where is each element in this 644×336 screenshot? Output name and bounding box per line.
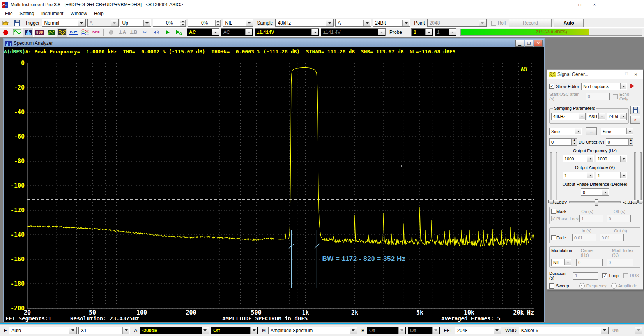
- play-loop-icon[interactable]: [173, 28, 184, 37]
- signal-generator-icon[interactable]: [57, 28, 67, 37]
- trigger-delay-stepper[interactable]: 0%: [188, 19, 221, 27]
- chevron-down-icon[interactable]: [202, 327, 209, 334]
- gen-channels-select[interactable]: A&B: [587, 113, 605, 120]
- frequency-axis-select[interactable]: Auto: [9, 327, 77, 334]
- play-icon[interactable]: [162, 28, 173, 37]
- dc-offset-a-input[interactable]: 0: [549, 138, 572, 146]
- minimize-icon[interactable]: ─: [557, 0, 572, 9]
- panel-maximize-icon[interactable]: □: [622, 71, 631, 77]
- panel-minimize-icon[interactable]: —: [612, 71, 622, 77]
- sweep-checkbox[interactable]: [549, 283, 554, 289]
- chevron-down-icon[interactable]: [425, 29, 432, 35]
- sample-bits-select[interactable]: 24Bit: [373, 19, 410, 27]
- a-range-select[interactable]: -200dB: [140, 327, 209, 334]
- slider-thumb[interactable]: [633, 200, 638, 203]
- chevron-down-icon[interactable]: [587, 156, 593, 162]
- auto-button[interactable]: Auto: [554, 19, 584, 28]
- chevron-down-icon[interactable]: [78, 20, 85, 26]
- sample-channel-select[interactable]: A: [335, 19, 371, 27]
- maximize-icon[interactable]: □: [572, 0, 587, 9]
- music-note-button[interactable]: ♬: [630, 116, 640, 124]
- chevron-down-icon[interactable]: [402, 20, 409, 26]
- chevron-down-icon[interactable]: [122, 327, 129, 334]
- a-reference-select[interactable]: Off: [211, 327, 258, 334]
- gen-sample-rate-select[interactable]: 48kHz: [551, 113, 586, 120]
- menu-instrument[interactable]: Instrument: [38, 10, 67, 17]
- fade-checkbox[interactable]: [551, 235, 556, 240]
- oscilloscope-icon[interactable]: [12, 28, 22, 37]
- save-waveform-button[interactable]: [630, 106, 640, 114]
- spectrum-chart[interactable]: 0-20-40-60-80-100-120-140-160-180-200205…: [4, 55, 544, 322]
- window-minimize-icon[interactable]: ▁: [515, 40, 524, 47]
- chevron-down-icon[interactable]: [620, 83, 626, 89]
- open-icon[interactable]: [0, 19, 11, 28]
- amplitude-b-select[interactable]: 1: [596, 172, 627, 179]
- loop-checkbox[interactable]: [602, 273, 607, 278]
- output-level-b-slider[interactable]: [634, 152, 636, 204]
- slider-thumb[interactable]: [548, 200, 554, 203]
- run-generator-button[interactable]: [630, 84, 635, 89]
- mask-checkbox[interactable]: [551, 209, 556, 214]
- chevron-down-icon[interactable]: [620, 156, 626, 162]
- menu-help[interactable]: Help: [90, 10, 107, 17]
- multimeter-icon[interactable]: 888: [34, 28, 45, 37]
- slider-thumb[interactable]: [595, 199, 598, 206]
- chevron-down-icon[interactable]: [620, 113, 626, 119]
- zoom-select[interactable]: X1: [78, 327, 130, 334]
- spectrum-window-titlebar[interactable]: Spectrum Analyzer ▁ ❒ ✕: [4, 39, 544, 47]
- chevron-down-icon[interactable]: [564, 259, 571, 265]
- window-close-icon[interactable]: ✕: [534, 40, 543, 47]
- window-restore-icon[interactable]: ❒: [525, 40, 533, 47]
- coupling-a-select[interactable]: AC: [187, 28, 219, 36]
- chevron-down-icon[interactable]: [598, 113, 605, 119]
- modulation-type-select[interactable]: NIL: [551, 259, 571, 266]
- record-icon[interactable]: [0, 28, 11, 37]
- slider-thumb[interactable]: [554, 200, 559, 203]
- chevron-down-icon[interactable]: [626, 128, 633, 134]
- probe-a-select[interactable]: 1: [411, 28, 433, 36]
- spin-down-icon[interactable]: [180, 23, 186, 26]
- chevron-down-icon[interactable]: [363, 20, 370, 26]
- chevron-down-icon[interactable]: [69, 327, 76, 334]
- hpf-select[interactable]: NIL: [223, 19, 253, 27]
- output-level-b2-slider[interactable]: [640, 152, 642, 204]
- loopback-select[interactable]: No Loopback: [581, 83, 627, 90]
- chevron-down-icon[interactable]: [620, 172, 626, 178]
- balance-slider[interactable]: [569, 201, 621, 203]
- menu-file[interactable]: File: [2, 10, 16, 17]
- chevron-down-icon[interactable]: [494, 327, 501, 334]
- spin-up-icon[interactable]: [180, 20, 186, 23]
- chevron-down-icon[interactable]: [579, 113, 585, 119]
- panel-close-icon[interactable]: ×: [631, 71, 640, 77]
- output-level-a2-slider[interactable]: [556, 152, 557, 204]
- amplitude-a-select[interactable]: 1: [563, 172, 594, 179]
- sample-rate-select[interactable]: 48kHz: [275, 19, 334, 27]
- chevron-down-icon[interactable]: [143, 20, 150, 26]
- range-a-select[interactable]: ±1.414V: [255, 28, 319, 36]
- spectrum-analyzer-icon[interactable]: [23, 28, 34, 37]
- frequency-a-select[interactable]: 1000: [563, 155, 594, 162]
- chevron-down-icon[interactable]: [250, 327, 257, 334]
- chevron-down-icon[interactable]: [587, 172, 593, 178]
- chevron-down-icon[interactable]: [326, 20, 333, 26]
- trigger-level-stepper[interactable]: 0%: [153, 19, 186, 27]
- waveform-more-button[interactable]: ...: [586, 127, 597, 135]
- slider-thumb[interactable]: [638, 200, 643, 203]
- dc-a-stepper[interactable]: ▲▼: [572, 138, 577, 146]
- spin-down-icon[interactable]: [215, 23, 221, 26]
- spin-up-icon[interactable]: [215, 20, 221, 23]
- dc-b-stepper[interactable]: ▲▼: [628, 138, 633, 146]
- trigger-edge-select[interactable]: Up: [120, 19, 151, 27]
- chevron-down-icon[interactable]: [212, 29, 219, 35]
- spectrum-3d-icon[interactable]: [46, 28, 56, 37]
- fft-size-select[interactable]: 2048: [455, 327, 501, 334]
- frequency-b-select[interactable]: 1000: [596, 155, 627, 162]
- waveform-b-select[interactable]: Sine: [601, 128, 633, 135]
- chevron-down-icon[interactable]: [350, 327, 357, 334]
- show-editor-checkbox[interactable]: [549, 84, 554, 89]
- chevron-down-icon[interactable]: [601, 327, 608, 334]
- dut-icon[interactable]: DUT: [68, 28, 79, 37]
- waveform-a-select[interactable]: Sine: [549, 128, 582, 135]
- dc-offset-b-input[interactable]: 0: [606, 138, 628, 146]
- trigger-mode-select[interactable]: Normal: [42, 19, 86, 27]
